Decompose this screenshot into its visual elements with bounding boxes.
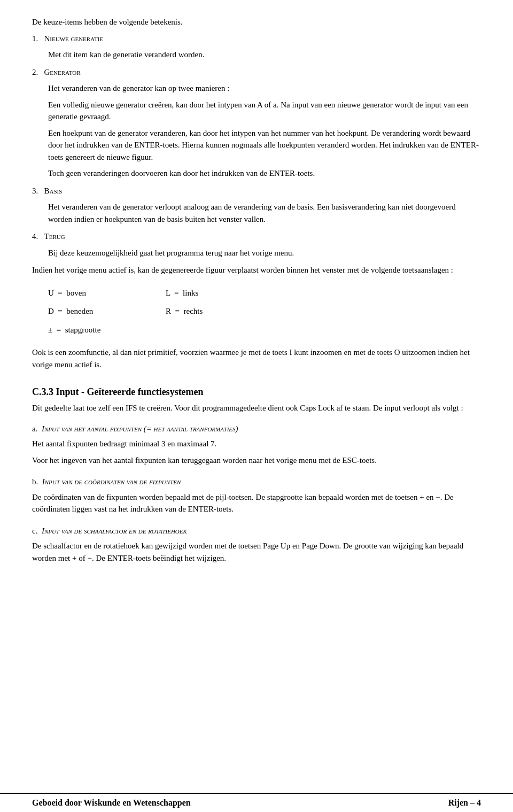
- subsection-b: b. Input van de coördinaten van de fixpu…: [32, 476, 481, 515]
- item-1: 1. Nieuwe generatie Met dit item kan de …: [32, 33, 481, 61]
- footer-right: Rijen – 4: [448, 798, 481, 808]
- key-l: L = links: [166, 287, 283, 299]
- zoom-para: Ook is een zoomfunctie, al dan niet prim…: [32, 346, 481, 370]
- key-d: D = beneden: [48, 305, 166, 318]
- item-1-body: Met dit item kan de generatie veranderd …: [48, 49, 481, 61]
- key-u: U = boven: [48, 287, 166, 299]
- subsection-a-para-0: Het aantal fixpunten bedraagt minimaal 3…: [32, 438, 481, 450]
- footer-left: Geboeid door Wiskunde en Wetenschappen: [32, 798, 191, 808]
- section-intro: Dit gedeelte laat toe zelf een IFS te cr…: [32, 402, 481, 414]
- key-row-1: U = boven L = links: [48, 287, 481, 299]
- subsection-c: c. Input van de schaalfactor en de rotat…: [32, 525, 481, 564]
- key-row-2: D = beneden R = rechts: [48, 305, 481, 318]
- item-1-header: Nieuwe generatie: [44, 34, 104, 43]
- subsection-a-para-1: Voor het ingeven van het aantal fixpunte…: [32, 454, 481, 467]
- key-pm: ± = stapgrootte: [48, 324, 166, 336]
- item-2-body-3: Toch geen veranderingen doorvoeren kan d…: [48, 167, 481, 180]
- item-4-body: Bij deze keuzemogelijkheid gaat het prog…: [48, 247, 481, 259]
- subsection-a-header: Input van het aantal fixpunten (= het aa…: [42, 424, 238, 433]
- intro-line: De keuze-items hebben de volgende beteke…: [32, 16, 481, 28]
- item-2-body-1: Een volledig nieuwe generator creëren, k…: [48, 99, 481, 123]
- subsection-c-para-0: De schaalfactor en de rotatiehoek kan ge…: [32, 540, 481, 564]
- item-2-number: 2.: [32, 68, 38, 76]
- item-3: 3. Basis Het veranderen van de generator…: [32, 185, 481, 226]
- subsection-a-label: a. Input van het aantal fixpunten (= het…: [32, 423, 481, 435]
- item-2-header: Generator: [44, 68, 81, 76]
- subsection-c-header: Input van de schaalfactor en de rotatieh…: [42, 527, 187, 535]
- context-para: Indien het vorige menu actief is, kan de…: [32, 264, 481, 276]
- item-1-number: 1.: [32, 34, 38, 43]
- item-3-number: 3.: [32, 187, 38, 195]
- key-r: R = rechts: [166, 305, 283, 318]
- item-3-body: Het veranderen van de generator verloopt…: [48, 201, 481, 225]
- item-2-body-0: Het veranderen van de generator kan op t…: [48, 82, 481, 95]
- footer: Geboeid door Wiskunde en Wetenschappen R…: [0, 793, 513, 812]
- subsection-a: a. Input van het aantal fixpunten (= het…: [32, 423, 481, 467]
- item-4-header: Terug: [44, 232, 65, 241]
- key-row-3: ± = stapgrootte: [48, 324, 481, 336]
- section-heading: C.3.3 Input - Geïtereerde functiesysteme…: [32, 386, 481, 398]
- subsection-b-para-0: De coördinaten van de fixpunten worden b…: [32, 491, 481, 515]
- item-4: 4. Terug Bij deze keuzemogelijkheid gaat…: [32, 230, 481, 259]
- item-4-number: 4.: [32, 232, 38, 241]
- item-3-header: Basis: [44, 187, 63, 195]
- subsection-b-label: b. Input van de coördinaten van de fixpu…: [32, 476, 481, 488]
- subsection-c-label: c. Input van de schaalfactor en de rotat…: [32, 525, 481, 537]
- subsection-b-header: Input van de coördinaten van de fixpunte…: [42, 477, 181, 486]
- item-2: 2. Generator Het veranderen van de gener…: [32, 66, 481, 180]
- item-2-body-2: Een hoekpunt van de generator veranderen…: [48, 127, 481, 164]
- key-table: U = boven L = links D = beneden R = rech…: [48, 287, 481, 336]
